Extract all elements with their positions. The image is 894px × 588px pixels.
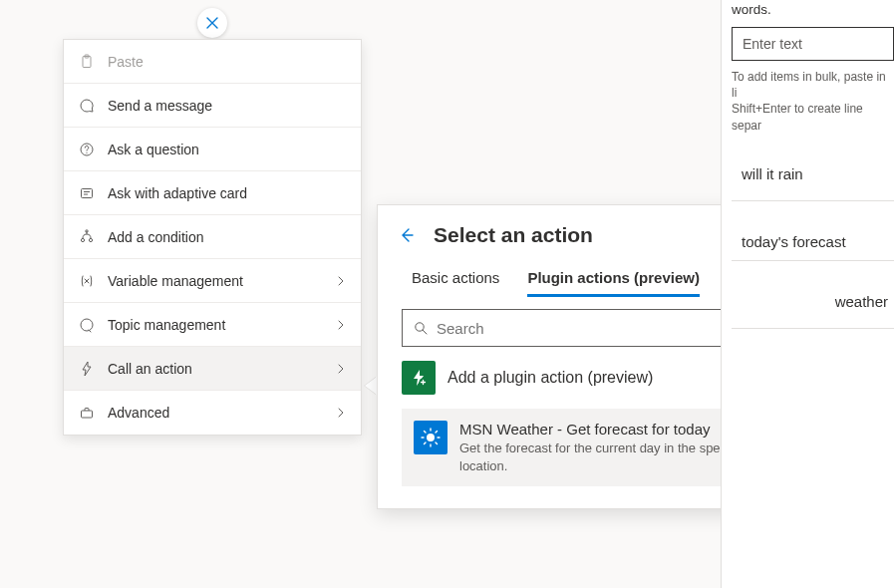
trigger-phrase-item[interactable]: today's forecast: [732, 223, 894, 261]
chevron-right-icon: [335, 363, 347, 375]
svg-line-20: [436, 442, 438, 444]
search-icon: [413, 320, 429, 336]
svg-point-3: [86, 151, 87, 152]
menu-item-call-action[interactable]: Call an action: [64, 347, 361, 391]
menu-item-label: Variable management: [108, 273, 335, 289]
trigger-phrase-placeholder: Enter text: [743, 36, 802, 52]
svg-rect-10: [82, 411, 93, 418]
variable-icon: [78, 272, 96, 290]
menu-item-label: Paste: [108, 54, 347, 70]
svg-point-8: [89, 238, 92, 241]
menu-item-label: Ask a question: [108, 142, 347, 157]
toolbox-icon: [78, 404, 96, 422]
menu-item-send-message[interactable]: Send a message: [64, 84, 361, 128]
node-context-menu: Paste Send a message Ask a question Ask …: [63, 39, 362, 436]
back-button[interactable]: [398, 226, 416, 244]
svg-line-21: [425, 442, 427, 444]
menu-item-topic-management[interactable]: Topic management: [64, 303, 361, 347]
menu-item-advanced[interactable]: Advanced: [64, 391, 361, 435]
plugin-add-icon: [402, 361, 436, 395]
flyout-caret: [365, 377, 377, 395]
svg-rect-4: [82, 188, 93, 197]
weather-icon: [414, 421, 447, 454]
menu-item-paste: Paste: [64, 40, 361, 84]
question-circle-icon: [78, 141, 96, 158]
menu-item-label: Topic management: [108, 317, 335, 333]
chevron-right-icon: [335, 407, 347, 419]
svg-line-12: [423, 330, 427, 334]
trigger-phrase-item[interactable]: weather: [732, 283, 894, 329]
menu-item-label: Ask with adaptive card: [108, 185, 347, 201]
menu-item-variable-management[interactable]: Variable management: [64, 259, 361, 303]
tab-plugin-actions[interactable]: Plugin actions (preview): [527, 269, 700, 297]
topic-icon: [78, 316, 96, 334]
chevron-right-icon: [335, 275, 347, 287]
lightning-icon: [78, 360, 96, 378]
trigger-phrase-input[interactable]: Enter text: [732, 27, 894, 61]
menu-item-label: Add a condition: [108, 229, 347, 245]
svg-point-7: [81, 238, 84, 241]
card-icon: [78, 184, 96, 202]
menu-item-label: Send a message: [108, 98, 347, 114]
chat-icon: [78, 97, 96, 115]
menu-item-add-condition[interactable]: Add a condition: [64, 215, 361, 259]
menu-item-label: Advanced: [108, 405, 335, 421]
svg-line-22: [436, 432, 438, 434]
close-icon: [204, 15, 220, 31]
add-node-close-chip[interactable]: [197, 8, 227, 38]
menu-item-adaptive-card[interactable]: Ask with adaptive card: [64, 171, 361, 215]
chevron-right-icon: [335, 319, 347, 331]
branch-icon: [78, 228, 96, 246]
svg-line-19: [425, 432, 427, 434]
svg-point-14: [427, 434, 435, 441]
trigger-phrases-sidebar: words. Enter text To add items in bulk, …: [721, 0, 894, 588]
sidebar-hint-text: To add items in bulk, paste in li Shift+…: [732, 69, 894, 134]
menu-item-label: Call an action: [108, 361, 335, 377]
menu-item-ask-question[interactable]: Ask a question: [64, 128, 361, 171]
sidebar-truncated-text: words.: [732, 0, 894, 17]
trigger-phrase-item[interactable]: will it rain: [732, 155, 894, 201]
clipboard-icon: [78, 53, 96, 71]
tab-basic-actions[interactable]: Basic actions: [412, 269, 499, 297]
add-plugin-action-label: Add a plugin action (preview): [447, 369, 653, 387]
